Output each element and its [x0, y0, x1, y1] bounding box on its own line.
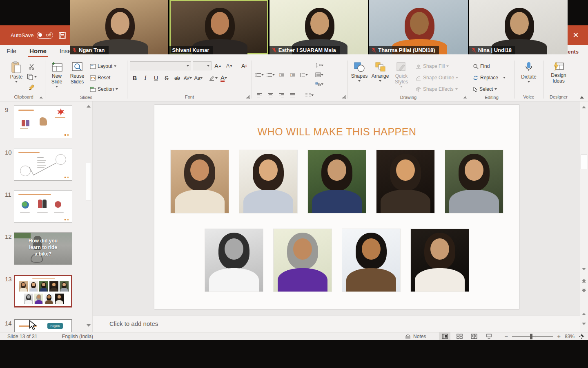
- columns-button[interactable]: [304, 91, 314, 100]
- align-center-button[interactable]: [265, 91, 275, 100]
- bold-button[interactable]: B: [130, 74, 140, 83]
- convert-smartart-button[interactable]: [314, 80, 324, 88]
- video-tile-tharma-pillai[interactable]: Tharma Pillai (UNDI18): [369, 0, 468, 54]
- portrait-photo-2[interactable]: [239, 150, 298, 213]
- notes-scroll-down-button[interactable]: [580, 320, 588, 328]
- justify-button[interactable]: [287, 91, 297, 100]
- layout-button[interactable]: Layout: [89, 61, 119, 71]
- collapse-ribbon-button[interactable]: [580, 96, 584, 99]
- tab-file[interactable]: File: [0, 46, 23, 57]
- font-color-button[interactable]: A: [219, 74, 229, 83]
- clipboard-dialog-launcher[interactable]: [40, 95, 43, 99]
- bullets-button[interactable]: [254, 70, 264, 79]
- paragraph-dialog-launcher[interactable]: [342, 95, 346, 99]
- thumbnail-slide-9[interactable]: 9: [0, 105, 72, 138]
- portrait-photo-1[interactable]: [170, 150, 229, 213]
- reuse-slides-button[interactable]: Reuse Slides: [67, 60, 87, 94]
- panel-scroll-thumb[interactable]: [86, 163, 91, 200]
- notes-pane[interactable]: Click to add notes: [93, 316, 580, 332]
- grow-font-button[interactable]: A▲: [213, 61, 223, 70]
- portrait-photo-5[interactable]: [445, 150, 503, 213]
- shapes-button[interactable]: Shapes: [350, 60, 368, 94]
- autosave-toggle[interactable]: Off: [37, 32, 53, 39]
- portrait-photo-9[interactable]: [410, 229, 469, 292]
- portrait-photo-8[interactable]: [342, 229, 401, 292]
- scroll-down-button[interactable]: [580, 265, 588, 273]
- align-text-button[interactable]: [314, 71, 324, 79]
- normal-view-button[interactable]: [439, 332, 450, 340]
- copy-button[interactable]: [27, 72, 37, 81]
- panel-scroll-down[interactable]: [85, 321, 93, 330]
- increase-indent-button[interactable]: [287, 70, 297, 79]
- quick-styles-button[interactable]: Quick Styles: [392, 60, 411, 94]
- slide-sorter-view-button[interactable]: [454, 332, 465, 340]
- thumbnail-slide-10[interactable]: 10: [0, 148, 72, 181]
- replace-button[interactable]: Replace: [472, 73, 512, 83]
- numbering-button[interactable]: [265, 70, 275, 79]
- previous-slide-button[interactable]: [580, 276, 588, 285]
- shape-effects-button[interactable]: Shape Effects: [414, 84, 459, 94]
- zoom-out-button[interactable]: −: [504, 333, 508, 340]
- zoom-slider-thumb[interactable]: [530, 334, 532, 339]
- notes-toggle-button[interactable]: Notes: [405, 334, 426, 339]
- slideshow-view-button[interactable]: [483, 332, 494, 340]
- thumbnail-panel-scrollbar[interactable]: [85, 101, 91, 332]
- video-tile-shivani-kumar[interactable]: Shivani Kumar: [169, 0, 268, 54]
- portrait-photo-3[interactable]: [307, 150, 366, 213]
- notes-placeholder[interactable]: Click to add notes: [109, 320, 158, 327]
- autosave-control[interactable]: AutoSave Off: [11, 32, 53, 39]
- section-button[interactable]: Section: [89, 84, 119, 94]
- text-shadow-button[interactable]: S: [162, 74, 172, 83]
- text-direction-button[interactable]: [314, 61, 324, 70]
- format-painter-button[interactable]: [27, 83, 37, 92]
- video-tile-nina[interactable]: Nina | Undi18: [469, 0, 568, 54]
- cut-button[interactable]: [27, 62, 37, 71]
- close-button[interactable]: ✕: [569, 29, 582, 42]
- select-button[interactable]: Select: [472, 84, 512, 94]
- portrait-photo-6[interactable]: [205, 229, 263, 292]
- thumbnail-slide-11[interactable]: 11: [0, 190, 72, 223]
- line-spacing-button[interactable]: [298, 70, 308, 79]
- font-size-combobox[interactable]: [193, 61, 212, 70]
- language-status[interactable]: English (India): [62, 334, 93, 339]
- reading-view-button[interactable]: [468, 332, 480, 340]
- portrait-photo-7[interactable]: [273, 229, 332, 292]
- video-tile-ngan-tran[interactable]: Ngan Tran: [70, 0, 168, 54]
- change-case-button[interactable]: Aa: [194, 74, 203, 83]
- fit-slide-to-window-icon[interactable]: [579, 333, 585, 339]
- decrease-indent-button[interactable]: [276, 70, 286, 79]
- character-spacing-button[interactable]: AV: [183, 74, 193, 83]
- font-name-combobox[interactable]: [130, 61, 191, 70]
- align-right-button[interactable]: [276, 91, 286, 100]
- new-slide-button[interactable]: New Slide: [48, 60, 66, 94]
- thumbnail-slide-13-selected[interactable]: 13: [0, 275, 72, 307]
- scroll-thumb[interactable]: [581, 155, 587, 169]
- shape-fill-button[interactable]: Shape Fill: [414, 61, 459, 71]
- current-slide[interactable]: WHO WILL MAKE THIS HAPPEN: [154, 105, 519, 309]
- shrink-font-button[interactable]: A▼: [225, 61, 234, 70]
- arrange-button[interactable]: Arrange: [370, 60, 390, 94]
- reset-button[interactable]: Reset: [89, 73, 119, 83]
- portrait-photo-4[interactable]: [376, 150, 435, 213]
- clear-formatting-button[interactable]: A◊: [239, 61, 249, 70]
- shape-outline-button[interactable]: Shape Outline: [414, 73, 459, 83]
- main-scrollbar[interactable]: [580, 101, 588, 332]
- highlight-color-button[interactable]: [208, 74, 218, 83]
- dictate-button[interactable]: Dictate: [520, 60, 538, 83]
- align-left-button[interactable]: [254, 91, 264, 100]
- design-ideas-button[interactable]: Design Ideas: [548, 60, 569, 84]
- drawing-dialog-launcher[interactable]: [463, 95, 467, 99]
- zoom-in-button[interactable]: +: [557, 333, 561, 340]
- paste-button[interactable]: Paste: [7, 60, 25, 94]
- zoom-slider[interactable]: [512, 336, 553, 337]
- italic-button[interactable]: I: [140, 74, 150, 83]
- tab-home[interactable]: Home: [23, 46, 53, 57]
- zoom-level[interactable]: 83%: [565, 334, 575, 339]
- font-dialog-launcher[interactable]: [246, 95, 250, 99]
- slide-title[interactable]: WHO WILL MAKE THIS HAPPEN: [154, 126, 519, 138]
- scroll-up-button[interactable]: [580, 103, 588, 111]
- notes-scroll-up-button[interactable]: [580, 310, 588, 318]
- strikethrough-button[interactable]: ab: [172, 74, 182, 83]
- find-button[interactable]: Find: [472, 61, 512, 71]
- next-slide-button[interactable]: [580, 286, 588, 294]
